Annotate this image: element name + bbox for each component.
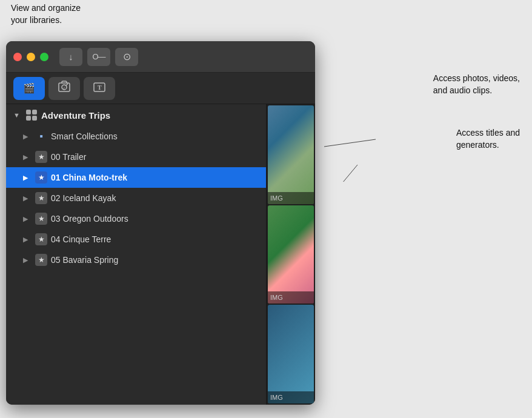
thumb-3-label: IMG [268, 391, 314, 403]
cinque-star-icon: ★ [35, 233, 47, 245]
thumbnail-1: IMG [268, 105, 314, 204]
bavaria-star-icon: ★ [35, 254, 47, 266]
oregon-triangle[interactable]: ▶ [23, 215, 32, 223]
tab-music[interactable]: ♪ [48, 77, 80, 100]
import-button[interactable]: ↓ [59, 48, 82, 66]
music-icon: ♪ [57, 79, 71, 97]
maximize-button[interactable] [40, 53, 48, 61]
sidebar-item-01-china[interactable]: ▶ ★ 01 China Moto-trek [6, 167, 266, 188]
key-icon: O— [92, 52, 105, 61]
smart-collections-triangle[interactable]: ▶ [23, 133, 32, 141]
toolbar-buttons: ↓ O— ⊙ [59, 48, 138, 66]
trailer-star-icon: ★ [35, 151, 47, 163]
main-area: ▼ Adventure Trips ▶ ▪ Smart Collections … [6, 104, 315, 405]
annotation-titles-line1: Access titles and [456, 128, 520, 138]
iceland-label: 02 Iceland Kayak [51, 193, 116, 203]
bavaria-triangle[interactable]: ▶ [23, 256, 32, 264]
smart-collections-label: Smart Collections [51, 131, 118, 141]
content-area: IMG IMG IMG [267, 104, 315, 405]
checkmark-icon: ⊙ [123, 51, 131, 62]
bavaria-label: 05 Bavaria Spring [51, 255, 118, 265]
svg-line-1 [324, 165, 357, 182]
annotation-photos-line1: Access photos, videos, [433, 73, 520, 83]
library-header[interactable]: ▼ Adventure Trips [6, 104, 266, 126]
china-label: 01 China Moto-trek [51, 173, 127, 182]
thumb-2-label: IMG [268, 291, 314, 304]
tooltip-organize: View and organize your libraries. [11, 2, 81, 26]
annotation-photos: Access photos, videos, and audio clips. [433, 73, 520, 96]
title-bar: ↓ O— ⊙ [6, 41, 315, 73]
thumbnail-2: IMG [268, 205, 314, 304]
svg-line-0 [324, 139, 376, 147]
sidebar-item-00-trailer[interactable]: ▶ ★ 00 Trailer [6, 147, 266, 167]
library-grid-icon [25, 109, 38, 121]
sidebar-item-smart-collections[interactable]: ▶ ▪ Smart Collections [6, 126, 266, 147]
sidebar: ▼ Adventure Trips ▶ ▪ Smart Collections … [6, 104, 267, 405]
sidebar-item-03-oregon[interactable]: ▶ ★ 03 Oregon Outdoors [6, 208, 266, 229]
svg-text:T: T [98, 84, 102, 91]
close-button[interactable] [13, 53, 22, 61]
traffic-lights [13, 53, 48, 61]
sidebar-item-04-cinque[interactable]: ▶ ★ 04 Cinque Terre [6, 229, 266, 250]
tooltip-line2: your libraries. [11, 15, 62, 25]
check-button[interactable]: ⊙ [115, 48, 138, 66]
oregon-star-icon: ★ [35, 213, 47, 225]
import-icon: ↓ [68, 51, 73, 62]
annotation-photos-line2: and audio clips. [433, 85, 492, 95]
minimize-button[interactable] [27, 53, 35, 61]
sidebar-item-05-bavaria[interactable]: ▶ ★ 05 Bavaria Spring [6, 250, 266, 270]
annotation-titles-line2: generators. [456, 140, 499, 150]
library-name: Adventure Trips [41, 110, 110, 121]
oregon-label: 03 Oregon Outdoors [51, 214, 128, 224]
password-button[interactable]: O— [87, 48, 110, 66]
tooltip-line1: View and organize [11, 3, 81, 13]
annotation-titles: Access titles and generators. [456, 127, 520, 151]
library-disclosure-triangle[interactable]: ▼ [13, 111, 22, 119]
cinque-triangle[interactable]: ▶ [23, 236, 32, 244]
iceland-star-icon: ★ [35, 192, 47, 204]
trailer-triangle[interactable]: ▶ [23, 153, 32, 161]
iceland-triangle[interactable]: ▶ [23, 194, 32, 202]
app-window: ↓ O— ⊙ 🎬 ♪ [6, 41, 315, 405]
sidebar-item-02-iceland[interactable]: ▶ ★ 02 Iceland Kayak [6, 188, 266, 208]
thumb-1-label: IMG [268, 192, 314, 204]
china-triangle[interactable]: ▶ [23, 174, 32, 182]
clapperboard-icon: 🎬 [23, 82, 35, 94]
tab-titles[interactable]: T [84, 77, 115, 100]
titles-icon: T [92, 79, 107, 97]
folder-icon: ▪ [35, 130, 47, 142]
cinque-label: 04 Cinque Terre [51, 234, 111, 244]
thumbnail-3: IMG [268, 305, 314, 403]
svg-text:♪: ♪ [63, 85, 65, 90]
trailer-label: 00 Trailer [51, 152, 86, 162]
china-star-icon: ★ [35, 171, 47, 184]
tab-bar: 🎬 ♪ T [6, 73, 315, 104]
tab-media[interactable]: 🎬 [13, 77, 45, 100]
